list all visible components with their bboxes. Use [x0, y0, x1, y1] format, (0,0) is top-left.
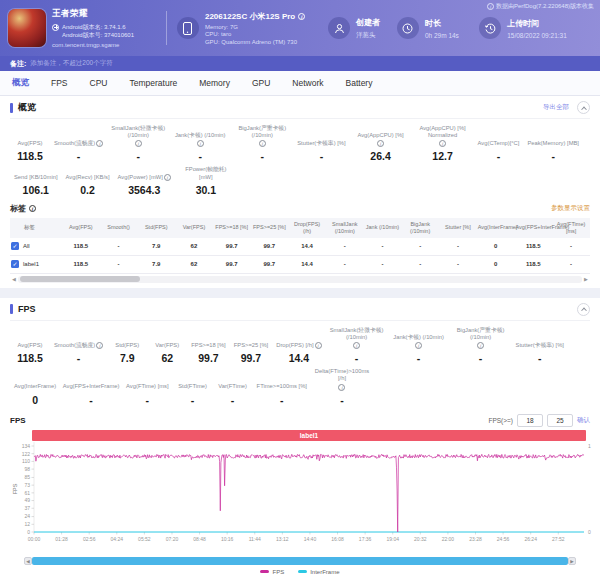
row-checkbox[interactable]: ✓	[11, 242, 19, 250]
table-column-header: BigJank (/10min)	[401, 218, 439, 238]
param-settings-link[interactable]: 参数显示设置	[551, 204, 590, 213]
note-bar[interactable]: 备注: 添加备注，不超过200个字符	[0, 56, 600, 71]
export-all-link[interactable]: 导出全部	[543, 103, 569, 112]
scrollbar-thumb[interactable]	[20, 276, 140, 282]
collapse-fps-button[interactable]	[577, 303, 590, 316]
chevron-up-icon	[581, 106, 587, 112]
tab-1[interactable]: 概览	[12, 77, 29, 89]
info-icon[interactable]: i	[315, 342, 322, 349]
info-icon[interactable]: i	[377, 140, 384, 147]
stat-label: Drop(FPS) [/h]i	[276, 335, 321, 349]
stat-label: Jank(卡顿) (/10min)i	[392, 334, 446, 349]
info-icon[interactable]: i	[29, 205, 36, 212]
table-cell: 99.7	[251, 255, 289, 273]
svg-text:98: 98	[24, 466, 30, 472]
fps-threshold-input-2[interactable]	[547, 414, 573, 427]
stat-value: -	[64, 394, 118, 406]
collapse-overview-button[interactable]	[577, 101, 590, 114]
info-icon[interactable]: i	[96, 140, 103, 147]
svg-text:13:12: 13:12	[276, 536, 289, 542]
info-icon[interactable]: i	[164, 174, 171, 181]
stat-label: FPower(帧能耗) [mW]	[179, 166, 233, 180]
app-package: com.tencent.tmgp.sgame	[52, 42, 160, 48]
stat-value: -	[235, 150, 289, 162]
note-label: 备注:	[10, 59, 26, 69]
stat-label: Avg(Power) [mW]i	[118, 167, 171, 181]
stat-label: Jank(卡顿) (/10min)i	[173, 132, 227, 147]
confirm-link[interactable]: 确认	[577, 416, 590, 425]
stat-value: -	[54, 150, 103, 162]
stat-label: Avg(AppCPU) [%] Normalizedi	[416, 125, 470, 147]
chart-scroll-left-handle[interactable]: ◀	[24, 557, 32, 565]
table-cell: -	[552, 238, 590, 256]
table-cell: 62	[175, 238, 213, 256]
info-icon[interactable]: i	[439, 140, 446, 147]
note-placeholder: 添加备注，不超过200个字符	[30, 59, 112, 68]
clock-icon	[397, 17, 419, 39]
stat-value: 14.4	[276, 352, 321, 364]
info-icon[interactable]: i	[298, 13, 305, 20]
svg-text:110: 110	[22, 458, 30, 464]
chart-scroll-range[interactable]	[32, 557, 568, 565]
tab-2[interactable]: FPS	[51, 78, 68, 88]
table-column-header: Std(FPS)	[137, 218, 175, 238]
tab-3[interactable]: CPU	[90, 78, 108, 88]
table-cell: -	[401, 238, 439, 256]
fps-chart-canvas[interactable]: label11341221109885736149372412000:0001:…	[10, 428, 600, 552]
stat-block: Avg(Power) [mW]i3564.3	[114, 167, 175, 196]
scroll-left-arrow[interactable]: ◀	[10, 276, 18, 282]
svg-text:27:52: 27:52	[552, 536, 565, 542]
chart-legend: FPSInterFrame	[10, 566, 590, 578]
legend-item-interframe[interactable]: InterFrame	[298, 569, 339, 575]
table-scrollbar[interactable]: ◀ ▶	[10, 275, 590, 284]
overview-stats-row1: Avg(FPS)118.5Smooth(流畅度)i-SmallJank(轻微卡顿…	[10, 119, 590, 166]
svg-text:02:56: 02:56	[83, 536, 96, 542]
info-icon[interactable]: i	[197, 140, 204, 147]
table-cell: -	[100, 238, 138, 256]
tab-8[interactable]: Battery	[346, 78, 373, 88]
svg-text:23:28: 23:28	[469, 536, 482, 542]
svg-text:73: 73	[24, 482, 30, 488]
svg-text:04:24: 04:24	[111, 536, 124, 542]
info-icon[interactable]: i	[353, 342, 360, 349]
legend-swatch	[260, 570, 269, 573]
stat-block: Delta(FTime)>100ms [/h]i-	[311, 368, 373, 405]
labels-title: 标签	[10, 203, 26, 214]
info-icon[interactable]: i	[477, 342, 484, 349]
scroll-right-arrow[interactable]: ▶	[582, 276, 590, 282]
svg-text:19:04: 19:04	[386, 536, 399, 542]
overview-stats-row2: Send [KB/10min]106.1Avg(Recv) [KB/s]0.2A…	[10, 166, 590, 199]
tab-bar: 概览FPSCPUTemperatureMemoryGPUNetworkBatte…	[0, 71, 600, 96]
info-icon[interactable]: i	[259, 140, 266, 147]
tab-6[interactable]: GPU	[252, 78, 270, 88]
svg-text:0: 0	[27, 528, 30, 534]
stat-value: -	[454, 352, 508, 364]
phone-icon	[177, 17, 199, 39]
info-icon[interactable]: i	[135, 140, 142, 147]
stat-block: FTime>=100ms [%]-	[253, 377, 311, 406]
svg-text:37: 37	[24, 505, 30, 511]
tab-7[interactable]: Network	[292, 78, 323, 88]
chart-scroll-right-handle[interactable]: ▶	[568, 557, 576, 565]
row-checkbox[interactable]: ✓	[11, 260, 19, 268]
stat-block: Jank(卡顿) (/10min)i-	[388, 334, 450, 364]
stat-value: 30.1	[179, 184, 233, 196]
info-icon[interactable]: i	[415, 342, 422, 349]
chart-scrollbar[interactable]: ◀ ▶	[24, 557, 576, 566]
svg-text:16:08: 16:08	[331, 536, 344, 542]
stat-block: BigJank(严重卡顿) (/10min)i-	[231, 125, 293, 162]
legend-item-fps[interactable]: FPS	[260, 569, 284, 575]
stat-block: Peak(Memory) [MB]-	[523, 133, 583, 162]
table-cell: 99.7	[213, 238, 251, 256]
info-icon[interactable]: i	[96, 342, 103, 349]
stat-label: Peak(Memory) [MB]	[527, 133, 579, 147]
stat-label: Var(FPS)	[151, 335, 183, 349]
table-cell: 7.9	[137, 255, 175, 273]
tab-4[interactable]: Temperature	[129, 78, 177, 88]
table-cell: 7.9	[137, 238, 175, 256]
tab-5[interactable]: Memory	[199, 78, 230, 88]
fps-chart[interactable]: label11341221109885736149372412000:0001:…	[10, 428, 590, 556]
fps-threshold-input-1[interactable]	[517, 414, 543, 427]
info-icon[interactable]: i	[338, 384, 345, 391]
header-divider	[166, 11, 167, 45]
